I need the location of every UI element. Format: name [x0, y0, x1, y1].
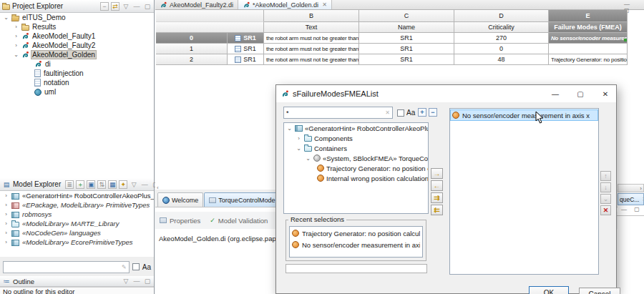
row-0-name-cell[interactable]: SR1: [359, 33, 454, 44]
page-tab-fragment[interactable]: queC... ✕: [618, 193, 644, 205]
case-sensitive-checkbox[interactable]: [132, 263, 140, 270]
dialog-minimize-icon[interactable]: —: [545, 85, 566, 102]
link-icon[interactable]: ⇅: [97, 180, 106, 189]
model-item-robmosys[interactable]: › robmosys: [0, 210, 154, 219]
tree-item-results[interactable]: › Results: [0, 22, 154, 31]
row-0-fmea-cell-selected[interactable]: No sensor/encoder measurement in ..: [549, 33, 628, 44]
row-1-tag-cell[interactable]: SR1: [228, 44, 264, 54]
dialog-tree-failure-mode-1[interactable]: Trajectory Generator: no position calcul…: [284, 163, 428, 173]
load-resource-icon[interactable]: ▣: [87, 180, 95, 189]
editor-tab-golden-active[interactable]: *AkeoModel_Golden.di ✕: [238, 0, 332, 9]
chevron-right-icon[interactable]: ›: [13, 42, 19, 49]
dialog-maximize-icon[interactable]: ▢: [570, 85, 591, 102]
dialog-filter-input[interactable]: [284, 109, 385, 117]
chevron-right-icon[interactable]: ›: [3, 192, 9, 199]
remove-all-button[interactable]: ⇇: [431, 205, 443, 215]
chevron-right-icon[interactable]: ›: [13, 33, 19, 39]
chevron-right-icon[interactable]: ›: [3, 230, 9, 236]
close-tab-icon[interactable]: ✕: [322, 1, 327, 8]
dialog-bottom-field[interactable]: [286, 264, 427, 273]
selected-list-item[interactable]: No sensor/encoder measurement in axis x: [451, 110, 597, 120]
dialog-case-checkbox[interactable]: [397, 109, 404, 117]
maximize-view-icon[interactable]: ▢: [143, 2, 152, 11]
tree-item-notation[interactable]: notation: [0, 78, 154, 87]
chevron-right-icon[interactable]: ›: [3, 239, 9, 245]
page-tab-torquecontrolmode[interactable]: TorqueControlMode: [204, 192, 280, 207]
minimize-view-icon[interactable]: —: [132, 277, 141, 285]
column-header-B[interactable]: B: [264, 10, 359, 22]
row-header-0-selected[interactable]: 0: [156, 33, 228, 44]
view-menu-icon[interactable]: ▽: [122, 277, 130, 285]
link-with-editor-icon[interactable]: ⇄: [111, 2, 119, 11]
view-tab-properties[interactable]: Properties: [160, 217, 200, 225]
row-1-text-cell[interactable]: the robot arm must not be greater than 0…: [264, 44, 359, 54]
row-header-1[interactable]: 1: [156, 44, 228, 54]
chevron-down-icon[interactable]: ⌄: [3, 14, 9, 21]
row-2-criticality-cell[interactable]: 48: [454, 54, 549, 65]
collapse-all-icon[interactable]: −: [100, 2, 109, 11]
column-header-C[interactable]: C: [359, 10, 454, 22]
dialog-tree-root[interactable]: ⌄ «GeneratorHint» RobotControllerAkeoPlu…: [284, 123, 428, 133]
row-1-fmea-cell[interactable]: [549, 44, 628, 54]
row-1-name-cell[interactable]: SR1: [359, 44, 454, 54]
row-0-text-cell[interactable]: the robot arm must not be greater than 0…: [264, 33, 359, 44]
model-item-languages[interactable]: › «NoCodeGen» languages: [0, 228, 154, 237]
tree-item-faulty2[interactable]: › AkeoModel_Faulty2: [0, 41, 154, 50]
column-name-criticality[interactable]: Criticality: [454, 22, 549, 33]
view-menu-icon[interactable]: ▽: [122, 2, 130, 11]
recent-item-2[interactable]: No sensor/encoder measurement in axis x: [291, 240, 421, 250]
tree-item-uml[interactable]: uml: [0, 87, 154, 97]
ok-button[interactable]: OK: [529, 286, 569, 294]
chevron-right-icon[interactable]: ›: [3, 211, 9, 217]
chevron-right-icon[interactable]: ›: [13, 24, 19, 30]
add-all-button[interactable]: ⇉: [431, 192, 443, 203]
dialog-title-bar[interactable]: sFailureModesFMEAList — ▢ ✕: [276, 85, 616, 102]
column-name-text[interactable]: Text: [264, 22, 359, 33]
add-icon[interactable]: ＋: [76, 180, 84, 189]
maximize-view-icon[interactable]: ▢: [143, 277, 152, 285]
tab-scroll-right-icon[interactable]: ›: [640, 185, 642, 192]
chevron-right-icon[interactable]: ›: [3, 202, 9, 208]
minimize-view-icon[interactable]: —: [140, 180, 149, 189]
filters-icon[interactable]: ✦: [119, 180, 127, 189]
chevron-right-icon[interactable]: ›: [3, 220, 9, 227]
column-header-D[interactable]: D: [454, 10, 549, 22]
chevron-right-icon[interactable]: ›: [296, 135, 302, 142]
dialog-tree-failure-mode-2[interactable]: Internal wrong position calculation (stu…: [284, 173, 428, 183]
chevron-down-icon[interactable]: ⌄: [296, 145, 302, 152]
row-0-criticality-cell[interactable]: 270: [454, 33, 549, 44]
model-item-marte[interactable]: › «ModelLibrary» MARTE_Library: [0, 219, 154, 228]
add-button[interactable]: →: [431, 168, 443, 179]
tree-item-golden[interactable]: ⌄ AkeoModel_Golden: [0, 50, 154, 59]
clear-filter-icon[interactable]: ✕: [385, 109, 392, 116]
row-2-fmea-cell[interactable]: Trajectory Generator: no position calcul…: [549, 54, 628, 65]
minimize-view-icon[interactable]: —: [132, 2, 141, 11]
column-name-name[interactable]: Name: [359, 22, 454, 33]
dialog-tree-containers[interactable]: ⌄ Containers: [284, 143, 428, 153]
dialog-close-icon[interactable]: ✕: [595, 85, 616, 102]
delete-button[interactable]: ✕: [600, 205, 611, 215]
view-minmax-icons[interactable]: — ▢: [621, 206, 643, 212]
move-up-button[interactable]: ↑: [600, 171, 611, 181]
sort-icon[interactable]: ≣: [65, 180, 74, 189]
page-tab-welcome[interactable]: Welcome: [157, 192, 203, 207]
row-2-tag-cell[interactable]: SR1: [228, 54, 264, 65]
row-2-name-cell[interactable]: SR1: [359, 54, 454, 65]
cancel-button[interactable]: Cancel: [579, 288, 620, 294]
model-explorer-filter-input[interactable]: ✎: [3, 261, 130, 273]
view-tab-model-validation[interactable]: ✓ Model Validation: [210, 216, 268, 225]
chevron-down-icon[interactable]: ⌄: [286, 125, 293, 132]
collapse-all-icon[interactable]: −: [429, 108, 437, 117]
edit-button[interactable]: ⌄: [600, 194, 611, 204]
row-2-text-cell[interactable]: the robot arm must not be greater than 0…: [264, 54, 359, 65]
tree-item-faulty1[interactable]: › AkeoModel_Faulty1: [0, 31, 154, 41]
row-1-criticality-cell[interactable]: 0: [454, 44, 549, 54]
editor-tab-faulty2[interactable]: AkeoModel_Faulty2.di: [155, 0, 238, 9]
dialog-tree-torquecontrolmode[interactable]: ⌄ «System, SBlockFMEA» TorqueControlMode: [284, 153, 428, 163]
tree-item-faultinjection[interactable]: faultinjection: [0, 69, 154, 78]
row-header-2[interactable]: 2: [156, 54, 228, 65]
move-down-button[interactable]: ↓: [600, 182, 611, 192]
expand-all-icon[interactable]: +: [418, 108, 426, 117]
table-icon[interactable]: ▦: [108, 180, 117, 189]
row-0-tag-cell[interactable]: SR1: [228, 33, 264, 44]
